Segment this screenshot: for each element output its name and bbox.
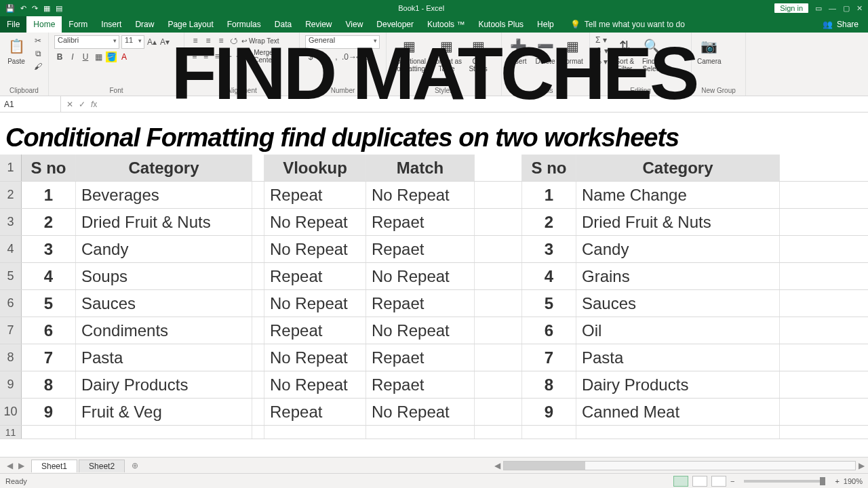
- cell-vlookup[interactable]: Repeat: [264, 182, 366, 208]
- cell-category[interactable]: Pasta: [76, 344, 252, 371]
- scroll-left-icon[interactable]: ◀: [494, 461, 500, 470]
- zoom-in-button[interactable]: +: [835, 477, 839, 485]
- sign-in-button[interactable]: Sign in: [774, 3, 808, 13]
- cell-match[interactable]: Repaet: [366, 236, 475, 262]
- col-sno[interactable]: S no: [22, 155, 76, 181]
- table-row[interactable]: 43CandyNo RepeatRepaet3Candy: [0, 236, 868, 263]
- gap-cell[interactable]: [252, 317, 264, 344]
- row-number[interactable]: 4: [0, 236, 22, 262]
- cell-category[interactable]: Fruit & Veg: [76, 399, 252, 425]
- cell-category2[interactable]: Canned Meat: [576, 399, 780, 425]
- cell-vlookup[interactable]: No Repeat: [264, 290, 366, 317]
- cell-match[interactable]: Repaet: [366, 209, 475, 235]
- cell-sno2[interactable]: 7: [522, 344, 576, 371]
- gap-cell[interactable]: [475, 317, 522, 344]
- gap-cell[interactable]: [252, 155, 264, 181]
- gap-cell[interactable]: [252, 236, 264, 262]
- cell-sno2[interactable]: 3: [522, 236, 576, 262]
- minimize-icon[interactable]: —: [829, 4, 836, 12]
- cell-category[interactable]: Soups: [76, 263, 252, 289]
- cell-sno2[interactable]: 2: [522, 209, 576, 235]
- gap-cell[interactable]: [252, 263, 264, 289]
- row-number[interactable]: 7: [0, 317, 22, 344]
- tell-me[interactable]: 💡 Tell me what you want to do: [561, 20, 685, 29]
- view-page-break-button[interactable]: [711, 476, 726, 487]
- cell-vlookup[interactable]: No Repeat: [264, 371, 366, 398]
- cell-sno[interactable]: 3: [22, 236, 76, 262]
- zoom-out-button[interactable]: −: [730, 477, 734, 485]
- gap-cell[interactable]: [475, 236, 522, 262]
- worksheet-grid[interactable]: 1 S no Category Vlookup Match S no Categ…: [0, 155, 868, 439]
- sheet-prev-icon[interactable]: ◀: [7, 461, 13, 470]
- cell-sno2[interactable]: 8: [522, 371, 576, 398]
- horizontal-scrollbar[interactable]: ◀ ▶: [503, 461, 856, 470]
- cell-sno2[interactable]: 9: [522, 399, 576, 425]
- table-row[interactable]: 32Dried Fruit & NutsNo RepeatRepaet2Drie…: [0, 209, 868, 236]
- tab-insert[interactable]: Insert: [94, 16, 128, 33]
- row-number[interactable]: 2: [0, 182, 22, 208]
- gap-cell[interactable]: [252, 182, 264, 208]
- cell-sno[interactable]: 9: [22, 399, 76, 425]
- cell-category[interactable]: Beverages: [76, 182, 252, 208]
- cell-sno[interactable]: 7: [22, 344, 76, 371]
- row-number[interactable]: 10: [0, 399, 22, 425]
- col-match[interactable]: Match: [366, 155, 475, 181]
- row-number[interactable]: 5: [0, 263, 22, 289]
- view-page-layout-button[interactable]: [692, 476, 707, 487]
- cell-category2[interactable]: Name Change: [576, 182, 780, 208]
- share-button[interactable]: 👥 Share: [823, 20, 868, 29]
- cell-category[interactable]: Candy: [76, 236, 252, 262]
- gap-cell[interactable]: [475, 182, 522, 208]
- cell-category2[interactable]: Dairy Products: [576, 371, 780, 398]
- cell-category[interactable]: Condiments: [76, 317, 252, 344]
- tab-kutools[interactable]: Kutools ™: [420, 16, 471, 33]
- tab-kutools-plus[interactable]: Kutools Plus: [471, 16, 530, 33]
- cell-vlookup[interactable]: Repeat: [264, 317, 366, 344]
- cell-match[interactable]: No Repeat: [366, 399, 475, 425]
- col-category[interactable]: Category: [76, 155, 252, 181]
- row-number[interactable]: 1: [0, 155, 22, 181]
- gap-cell[interactable]: [475, 290, 522, 317]
- gap-cell[interactable]: [475, 344, 522, 371]
- tab-data[interactable]: Data: [268, 16, 298, 33]
- maximize-icon[interactable]: ▢: [843, 4, 850, 13]
- tab-view[interactable]: View: [339, 16, 370, 33]
- gap-cell[interactable]: [475, 371, 522, 398]
- cell-sno[interactable]: 8: [22, 371, 76, 398]
- gap-cell[interactable]: [475, 209, 522, 235]
- redo-icon[interactable]: ↷: [32, 4, 38, 13]
- cell-sno2[interactable]: 5: [522, 290, 576, 317]
- scroll-thumb[interactable]: [504, 462, 585, 470]
- zoom-slider[interactable]: [744, 480, 825, 483]
- row-number[interactable]: 6: [0, 290, 22, 317]
- tab-file[interactable]: File: [0, 16, 26, 33]
- cell-match[interactable]: Repaet: [366, 290, 475, 317]
- table-row[interactable]: 21BeveragesRepeatNo Repeat1Name Change: [0, 182, 868, 209]
- tab-review[interactable]: Review: [298, 16, 338, 33]
- ribbon-options-icon[interactable]: ▭: [815, 4, 822, 13]
- row-number[interactable]: 11: [0, 426, 22, 439]
- tab-home[interactable]: Home: [26, 16, 62, 33]
- cell-sno[interactable]: 2: [22, 209, 76, 235]
- gap-cell[interactable]: [475, 263, 522, 289]
- table-row[interactable]: 11: [0, 426, 868, 439]
- cell-match[interactable]: No Repeat: [366, 182, 475, 208]
- sheet-next-icon[interactable]: ▶: [18, 461, 24, 470]
- cell-category[interactable]: Dairy Products: [76, 371, 252, 398]
- cell-sno2[interactable]: 4: [522, 263, 576, 289]
- gap-cell[interactable]: [252, 209, 264, 235]
- tab-draw[interactable]: Draw: [128, 16, 161, 33]
- cell-vlookup[interactable]: Repeat: [264, 263, 366, 289]
- sheet-tab-1[interactable]: Sheet1: [31, 460, 77, 472]
- cell-match[interactable]: No Repeat: [366, 317, 475, 344]
- cell-match[interactable]: Repaet: [366, 371, 475, 398]
- cell-match[interactable]: No Repeat: [366, 263, 475, 289]
- cell-match[interactable]: Repaet: [366, 344, 475, 371]
- undo-icon[interactable]: ↶: [20, 4, 26, 13]
- cell-vlookup[interactable]: Repeat: [264, 399, 366, 425]
- table-row[interactable]: 54SoupsRepeatNo Repeat4Grains: [0, 263, 868, 290]
- zoom-level[interactable]: 190%: [844, 477, 863, 485]
- view-normal-button[interactable]: [673, 476, 688, 487]
- tab-page-layout[interactable]: Page Layout: [161, 16, 220, 33]
- sheet-tab-2[interactable]: Sheet2: [79, 460, 125, 472]
